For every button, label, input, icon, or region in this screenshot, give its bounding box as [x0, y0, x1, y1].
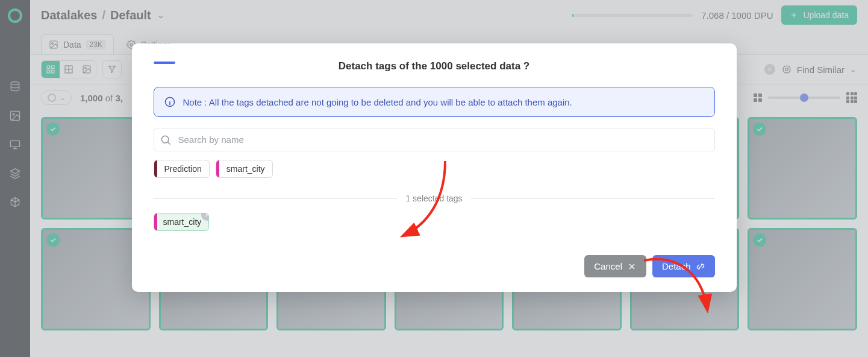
info-note: Note : All the tags detached are not goi… [154, 87, 715, 117]
selected-tags-row: smart_city ✕ [154, 213, 715, 231]
modal-overlay[interactable]: Detach tags of the 1000 selected data ? … [0, 0, 868, 357]
cancel-button[interactable]: Cancel [584, 255, 646, 277]
detach-tags-modal: Detach tags of the 1000 selected data ? … [132, 43, 737, 292]
tag-chip-prediction[interactable]: Prediction [154, 160, 210, 178]
modal-title: Detach tags of the 1000 selected data ? [154, 60, 715, 72]
tag-search-wrap [154, 128, 715, 151]
svg-point-17 [161, 136, 169, 143]
detach-button[interactable]: Detach [652, 255, 715, 277]
search-icon [160, 134, 172, 146]
close-icon [627, 262, 637, 271]
unlink-icon [696, 262, 705, 271]
tag-chip-smart-city[interactable]: smart_city [216, 160, 273, 178]
selected-tag-smart-city[interactable]: smart_city ✕ [154, 213, 210, 231]
tag-search-input[interactable] [154, 128, 715, 151]
available-tags-row: Prediction smart_city [154, 160, 715, 178]
modal-actions: Cancel Detach [154, 255, 715, 277]
selected-tags-divider: 1 selected tags [154, 194, 715, 203]
modal-accent [154, 62, 175, 64]
info-icon [164, 96, 176, 108]
